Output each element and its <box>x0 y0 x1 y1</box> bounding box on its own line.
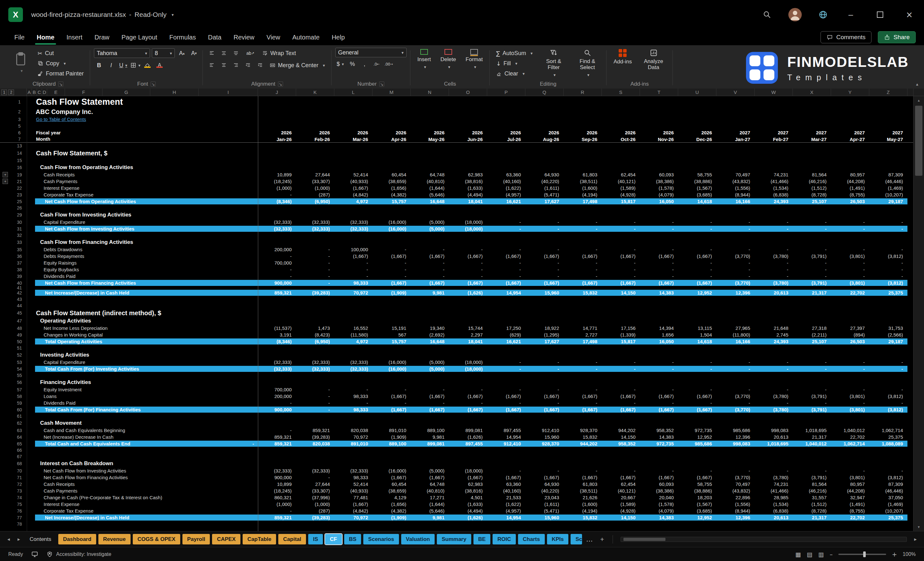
cell[interactable]: (32,333) <box>296 219 334 225</box>
column-header-Z[interactable]: Z <box>869 88 908 96</box>
label-cell[interactable]: Cash Movement <box>27 420 258 426</box>
cell[interactable]: - <box>525 260 564 266</box>
cell[interactable]: (3,812) <box>869 254 908 259</box>
cell[interactable]: (4,842) <box>334 508 372 513</box>
cell[interactable]: (3,791) <box>793 475 831 480</box>
row-header-44[interactable]: 44 <box>12 303 27 308</box>
cell[interactable]: 12,952 <box>678 434 716 440</box>
cell[interactable]: 80,957 <box>831 172 869 177</box>
cell[interactable]: (32,333) <box>258 360 296 365</box>
cell[interactable]: (4,928) <box>602 508 640 513</box>
cell[interactable]: (1,667) <box>525 280 564 286</box>
cell[interactable]: 25,107 <box>793 339 831 344</box>
cell[interactable]: 2,297 <box>449 332 487 338</box>
label-cell[interactable]: Dividends Paid <box>27 400 258 406</box>
cell[interactable]: (1,556) <box>716 185 754 191</box>
cell[interactable]: - <box>678 260 716 266</box>
cell[interactable]: 12,952 <box>678 290 716 296</box>
cell[interactable]: 17,627 <box>525 199 564 204</box>
cell[interactable]: 98,333 <box>334 280 372 286</box>
column-header-K[interactable]: K <box>296 88 334 96</box>
cell[interactable]: 87,309 <box>869 172 908 177</box>
cell[interactable]: (1,667) <box>564 407 602 412</box>
cell[interactable]: (32,333) <box>258 219 296 225</box>
cell[interactable]: (1,644) <box>411 185 449 191</box>
cell[interactable]: - <box>678 247 716 252</box>
cell[interactable]: (40,810) <box>411 488 449 494</box>
cell[interactable]: - <box>716 387 754 392</box>
cell[interactable]: - <box>678 267 716 272</box>
cell[interactable]: 70,972 <box>334 434 372 440</box>
cell[interactable]: 22,702 <box>831 515 869 520</box>
row-header-15[interactable]: 15 <box>12 158 27 163</box>
cell[interactable]: 14,954 <box>487 515 525 520</box>
cell[interactable]: - <box>793 387 831 392</box>
cell[interactable]: - <box>602 219 640 225</box>
cell[interactable]: - <box>716 267 754 272</box>
find-select-button[interactable]: Find & Select▾ <box>572 48 603 79</box>
cell[interactable]: 944,202 <box>602 428 640 433</box>
cell[interactable]: 29,187 <box>869 339 908 344</box>
column-header-L[interactable]: L <box>334 88 372 96</box>
cell[interactable]: (3,685) <box>678 508 716 513</box>
cell[interactable]: (1,667) <box>678 254 716 259</box>
cell[interactable]: Apr-27 <box>831 136 869 142</box>
cell[interactable]: (1,667) <box>372 475 411 480</box>
sheet-tab-kpis[interactable]: KPIs <box>547 534 568 544</box>
cell[interactable]: 998,083 <box>754 428 793 433</box>
cell[interactable]: 9,981 <box>411 515 449 520</box>
sheet-tab-bs[interactable]: BS <box>344 534 362 544</box>
cell[interactable]: 859,321 <box>296 428 334 433</box>
cell[interactable]: - <box>372 267 411 272</box>
cell[interactable]: (1,469) <box>869 501 908 507</box>
cell[interactable]: 28,985 <box>754 495 793 500</box>
sheet-tab-revenue[interactable]: Revenue <box>98 534 130 544</box>
cell[interactable]: - <box>449 247 487 252</box>
percent-format-button[interactable]: % <box>347 59 358 69</box>
cell[interactable]: (3,812) <box>869 280 908 286</box>
cell[interactable]: - <box>411 247 449 252</box>
cell[interactable]: (1,667) <box>525 407 564 412</box>
row-header-68[interactable]: 68 <box>12 461 27 466</box>
cell[interactable]: - <box>640 387 678 392</box>
cell[interactable]: 60,093 <box>640 172 678 177</box>
cell[interactable]: (8,728) <box>793 192 831 197</box>
label-cell[interactable]: Total Cash and Cash Equivalents End- <box>27 441 258 447</box>
align-top-button[interactable] <box>207 48 217 58</box>
column-header-R[interactable]: R <box>564 88 602 96</box>
label-cell[interactable]: Capital Expenditure <box>27 219 258 225</box>
column-header-F[interactable]: F <box>65 88 102 96</box>
row-header-29[interactable]: 29 <box>12 212 27 218</box>
cell[interactable]: - <box>831 219 869 225</box>
column-header-I[interactable]: I <box>199 88 258 96</box>
cell[interactable]: 81,564 <box>793 172 831 177</box>
cell[interactable]: 1,062,714 <box>831 441 869 446</box>
label-cell[interactable]: Cash Payments <box>27 488 258 494</box>
cell[interactable]: (3,780) <box>754 475 793 480</box>
cell[interactable]: 22,702 <box>831 434 869 440</box>
table-of-contents-link[interactable]: Go to Table of Contents <box>27 117 86 122</box>
cell[interactable]: (46,216) <box>793 488 831 494</box>
cell[interactable]: (1,512) <box>793 185 831 191</box>
cell[interactable]: - <box>831 366 869 372</box>
display-icon[interactable] <box>31 551 38 558</box>
cell[interactable]: - <box>793 260 831 266</box>
cell[interactable]: - <box>334 387 372 392</box>
cell[interactable]: - <box>678 226 716 231</box>
cell[interactable]: (40,220) <box>525 488 564 494</box>
cell[interactable]: 1,040,012 <box>793 441 831 446</box>
cell[interactable]: 21,317 <box>793 290 831 296</box>
cell[interactable]: (4,079) <box>640 192 678 197</box>
cell[interactable]: 21,626 <box>564 495 602 500</box>
label-cell[interactable]: Net Increase/(Decrease) in Cash Held <box>27 515 258 520</box>
cell[interactable]: (1,667) <box>602 407 640 412</box>
cell[interactable]: Mar-26 <box>334 136 372 142</box>
cell[interactable]: 16,621 <box>487 199 525 204</box>
cell[interactable]: 859,321 <box>258 434 296 440</box>
row-header-66[interactable]: 66 <box>12 448 27 453</box>
horizontal-scrollbar[interactable] <box>621 537 907 542</box>
cell[interactable]: 20,040 <box>640 495 678 500</box>
cell[interactable]: - <box>602 260 640 266</box>
cell[interactable]: - <box>525 387 564 392</box>
merge-center-button[interactable]: Merge & Center▾ <box>267 60 328 70</box>
